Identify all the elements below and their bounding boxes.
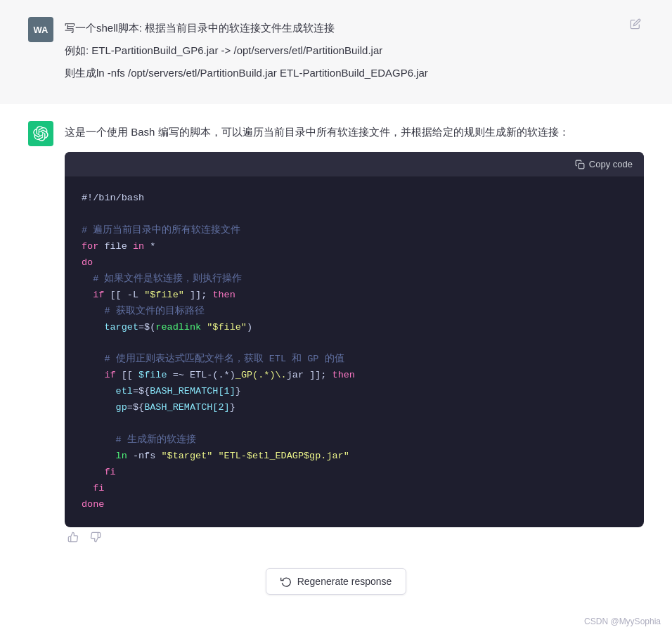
- user-message-content: 写一个shell脚本: 根据当前目录中的软连接文件生成软连接 例如: ETL-P…: [65, 17, 616, 87]
- user-line-2: 例如: ETL-PartitionBuild_GP6.jar -> /opt/s…: [65, 42, 616, 59]
- openai-logo-icon: [33, 126, 49, 141]
- ai-avatar: [28, 121, 53, 146]
- regenerate-icon: [280, 576, 292, 587]
- ai-message-row: 这是一个使用 Bash 编写的脚本，可以遍历当前目录中所有软连接文件，并根据给定…: [0, 104, 672, 561]
- regenerate-button[interactable]: Regenerate response: [266, 568, 407, 595]
- edit-button[interactable]: [627, 17, 644, 34]
- ai-message-actions: [65, 530, 644, 544]
- svg-rect-0: [579, 163, 584, 169]
- code-block-wrapper: Copy code #!/bin/bash # 遍历当前目录中的所有软连接文件 …: [65, 152, 644, 527]
- copy-icon: [575, 160, 585, 169]
- thumbs-down-button[interactable]: [87, 530, 104, 544]
- code-block: #!/bin/bash # 遍历当前目录中的所有软连接文件 for file i…: [65, 176, 644, 527]
- watermark: CSDN @MyySophia: [584, 617, 661, 626]
- thumbs-up-button[interactable]: [65, 530, 82, 544]
- user-avatar: WA: [28, 17, 53, 42]
- copy-code-button[interactable]: Copy code: [575, 159, 633, 169]
- chat-container: WA 写一个shell脚本: 根据当前目录中的软连接文件生成软连接 例如: ET…: [0, 0, 672, 632]
- user-line-3: 则生成ln -nfs /opt/servers/etl/PartitionBui…: [65, 65, 616, 82]
- user-message-row: WA 写一个shell脚本: 根据当前目录中的软连接文件生成软连接 例如: ET…: [0, 0, 672, 104]
- ai-message-content: 这是一个使用 Bash 编写的脚本，可以遍历当前目录中所有软连接文件，并根据给定…: [65, 121, 644, 544]
- user-line-1: 写一个shell脚本: 根据当前目录中的软连接文件生成软连接: [65, 20, 616, 37]
- code-block-header: Copy code: [65, 152, 644, 176]
- ai-description: 这是一个使用 Bash 编写的脚本，可以遍历当前目录中所有软连接文件，并根据给定…: [65, 124, 644, 141]
- regenerate-bar: Regenerate response: [0, 561, 672, 602]
